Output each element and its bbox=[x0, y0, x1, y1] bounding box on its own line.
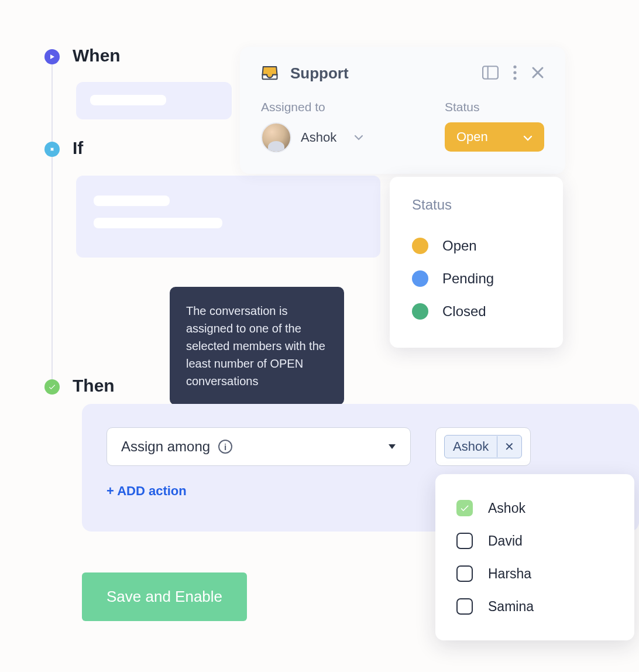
support-panel-header: Support bbox=[261, 64, 544, 83]
status-option-open[interactable]: Open bbox=[412, 229, 541, 262]
status-option-label: Open bbox=[442, 238, 477, 254]
checkbox-icon bbox=[456, 598, 473, 615]
placeholder-line bbox=[90, 95, 166, 105]
status-value: Open bbox=[456, 129, 488, 145]
status-dropdown-trigger[interactable]: Open bbox=[445, 122, 544, 152]
status-dropdown-menu: Status Open Pending Closed bbox=[390, 177, 563, 348]
member-name: David bbox=[488, 533, 523, 549]
timeline-line bbox=[51, 49, 53, 383]
placeholder-line bbox=[94, 218, 222, 228]
action-type-label: Assign among bbox=[121, 438, 210, 455]
status-option-closed[interactable]: Closed bbox=[412, 295, 541, 328]
chevron-down-icon bbox=[354, 132, 363, 143]
checkbox-icon bbox=[456, 533, 473, 549]
close-icon[interactable] bbox=[531, 66, 544, 81]
support-panel-title: Support bbox=[290, 64, 349, 83]
member-option[interactable]: Samina bbox=[456, 590, 613, 623]
section-then-label: Then bbox=[73, 376, 115, 396]
section-when-label: When bbox=[73, 46, 121, 66]
assignee-name: Ashok bbox=[301, 130, 336, 145]
inbox-icon bbox=[261, 65, 279, 83]
member-option[interactable]: David bbox=[456, 524, 613, 557]
status-dot-icon bbox=[412, 303, 428, 320]
svg-point-4 bbox=[513, 65, 516, 68]
svg-marker-0 bbox=[50, 54, 54, 59]
assigned-to-label: Assigned to bbox=[261, 100, 363, 114]
members-dropdown-menu: Ashok David Harsha Samina bbox=[435, 474, 634, 640]
more-options-icon[interactable] bbox=[513, 65, 517, 83]
section-if-label: If bbox=[73, 138, 83, 158]
checkbox-icon bbox=[456, 565, 473, 582]
members-input[interactable]: Ashok ✕ bbox=[435, 427, 531, 466]
chip-remove-icon[interactable]: ✕ bbox=[497, 436, 521, 457]
node-if-icon bbox=[44, 142, 60, 157]
status-label: Status bbox=[445, 100, 544, 114]
member-name: Samina bbox=[488, 599, 534, 615]
panel-layout-icon[interactable] bbox=[482, 66, 499, 82]
node-then-icon bbox=[44, 379, 60, 395]
member-name: Harsha bbox=[488, 566, 531, 582]
member-option[interactable]: Ashok bbox=[456, 492, 613, 524]
node-when-icon bbox=[44, 49, 60, 64]
status-option-label: Closed bbox=[442, 303, 486, 320]
checkbox-icon bbox=[456, 500, 473, 516]
svg-point-5 bbox=[513, 71, 516, 74]
if-placeholder-card bbox=[76, 176, 380, 258]
avatar bbox=[261, 122, 291, 153]
status-option-pending[interactable]: Pending bbox=[412, 262, 541, 295]
placeholder-line bbox=[94, 196, 170, 206]
action-type-dropdown[interactable]: Assign among i bbox=[106, 427, 411, 466]
svg-rect-2 bbox=[483, 66, 498, 79]
member-name: Ashok bbox=[488, 500, 525, 516]
caret-down-icon bbox=[388, 441, 396, 452]
info-icon[interactable]: i bbox=[218, 440, 232, 454]
svg-marker-9 bbox=[389, 444, 396, 449]
member-chip-label: Ashok bbox=[445, 436, 497, 458]
status-dropdown-title: Status bbox=[412, 197, 541, 213]
support-panel: Support Assigned to Ashok bbox=[240, 47, 565, 174]
status-dot-icon bbox=[412, 238, 428, 254]
when-placeholder-card bbox=[76, 82, 232, 119]
member-option[interactable]: Harsha bbox=[456, 557, 613, 590]
assignee-dropdown[interactable]: Ashok bbox=[261, 122, 363, 153]
assign-among-tooltip: The conversation is assigned to one of t… bbox=[170, 287, 344, 405]
chevron-down-icon bbox=[523, 129, 532, 145]
svg-point-6 bbox=[513, 77, 516, 80]
save-enable-button[interactable]: Save and Enable bbox=[82, 572, 247, 621]
status-option-label: Pending bbox=[442, 270, 494, 287]
member-chip: Ashok ✕ bbox=[444, 435, 522, 458]
status-dot-icon bbox=[412, 270, 428, 287]
